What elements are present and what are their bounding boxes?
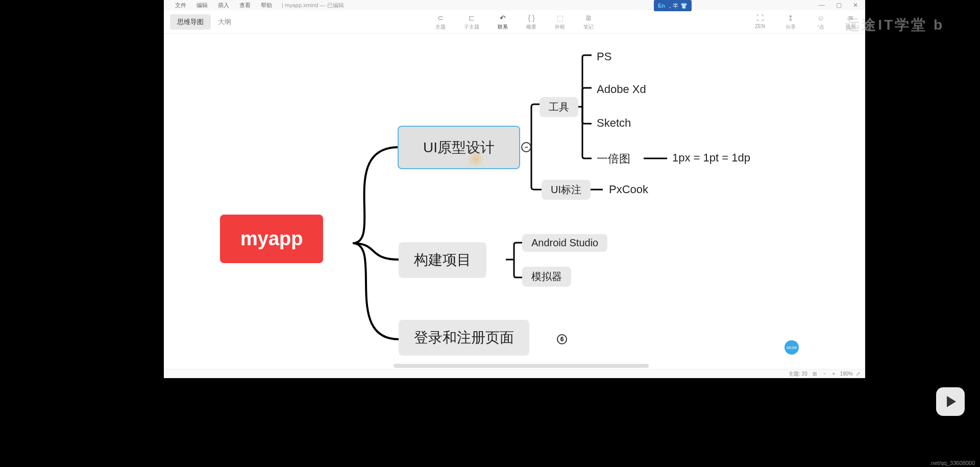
tool-topic[interactable]: ⊂主题 (431, 12, 450, 32)
topic-count: 主题: 20 (789, 370, 807, 378)
close-icon[interactable]: ✕ (853, 2, 858, 9)
tool-boundary[interactable]: ⬚外框 (551, 12, 569, 32)
tool-zen[interactable]: ⛶ZEN (751, 12, 769, 32)
tab-outline[interactable]: 大纲 (211, 14, 238, 30)
collapse-ui-prototype[interactable]: − (521, 142, 531, 152)
scrollbar-thumb[interactable] (394, 364, 649, 368)
minimize-icon[interactable]: — (819, 2, 825, 9)
tool-summary[interactable]: { }概要 (522, 12, 541, 32)
node-1x[interactable]: 一倍图 (592, 149, 635, 169)
style-icon: ☺ (816, 13, 825, 22)
share-icon: ↥ (786, 13, 795, 22)
boundary-icon: ⬚ (555, 13, 565, 22)
view-tabs: 思维导图 大纲 ⊂主题 ⊏子主题 ↶联系 { }概要 ⬚外框 🗎笔记 ⛶ZEN … (164, 10, 865, 34)
menu-view[interactable]: 查看 (234, 2, 256, 9)
tool-style[interactable]: ☺ᐟ点 (812, 12, 829, 32)
tool-notes[interactable]: 🗎笔记 (579, 12, 598, 32)
zen-icon: ⛶ (755, 13, 765, 22)
notes-icon: 🗎 (584, 13, 593, 22)
tool-subtopic[interactable]: ⊏子主题 (460, 12, 483, 32)
node-build[interactable]: 构建项目 (399, 242, 486, 278)
node-ui-prototype[interactable]: UI原型设计 (398, 126, 520, 169)
menu-help[interactable]: 帮助 (256, 2, 277, 9)
maximize-icon[interactable]: ▢ (836, 2, 842, 9)
collapse-login[interactable]: 6 (557, 334, 567, 344)
menu-file[interactable]: 文件 (170, 2, 191, 9)
timer-badge: 00:09 (785, 340, 799, 355)
node-adobexd[interactable]: Adobe Xd (592, 81, 651, 98)
zoom-in-button[interactable]: + (831, 371, 837, 377)
tool-share[interactable]: ↥分享 (781, 12, 800, 32)
relationship-icon: ↶ (498, 13, 507, 22)
map-icon[interactable]: ⊞ (813, 371, 817, 377)
node-tools[interactable]: 工具 (540, 97, 578, 117)
node-emulator[interactable]: 模拟器 (522, 267, 571, 287)
node-sketch[interactable]: Sketch (592, 114, 636, 132)
zoom-level: 190% (840, 371, 853, 377)
doc-filename: | myapp.xmind — 已编辑 (277, 2, 344, 9)
mindmap-canvas[interactable]: myapp UI原型设计 − 工具 PS Adobe Xd Sketch 一倍图… (164, 34, 865, 369)
node-1px[interactable]: 1px = 1pt = 1dp (667, 149, 755, 167)
watermark: 远途IT学堂 b (845, 15, 944, 35)
node-ui-annotation[interactable]: UI标注 (542, 180, 591, 200)
zoom-out-button[interactable]: − (822, 371, 828, 377)
menu-insert[interactable]: 插入 (213, 2, 234, 9)
node-android-studio[interactable]: Android Studio (522, 234, 607, 252)
expand-icon[interactable]: ⤢ (856, 371, 860, 377)
subtopic-icon: ⊏ (467, 13, 476, 22)
tab-mindmap[interactable]: 思维导图 (170, 14, 211, 30)
statusbar: 主题: 20 ⊞ − + 190% ⤢ (164, 369, 865, 378)
summary-icon: { } (527, 13, 536, 22)
node-pxcook[interactable]: PxCook (604, 181, 653, 198)
node-root[interactable]: myapp (220, 215, 323, 263)
horizontal-scrollbar[interactable] (164, 364, 865, 369)
menu-edit[interactable]: 编辑 (191, 2, 213, 9)
topic-icon: ⊂ (436, 13, 445, 22)
ime-indicator: En ，半 👕 (654, 0, 692, 11)
node-ps[interactable]: PS (592, 48, 617, 65)
node-login[interactable]: 登录和注册页面 (399, 320, 529, 356)
menubar: 文件 编辑 插入 查看 帮助 | myapp.xmind — 已编辑 — ▢ ✕ (164, 0, 865, 10)
tool-relationship[interactable]: ↶联系 (494, 12, 512, 32)
xmind-window: 文件 编辑 插入 查看 帮助 | myapp.xmind — 已编辑 — ▢ ✕… (164, 0, 865, 378)
